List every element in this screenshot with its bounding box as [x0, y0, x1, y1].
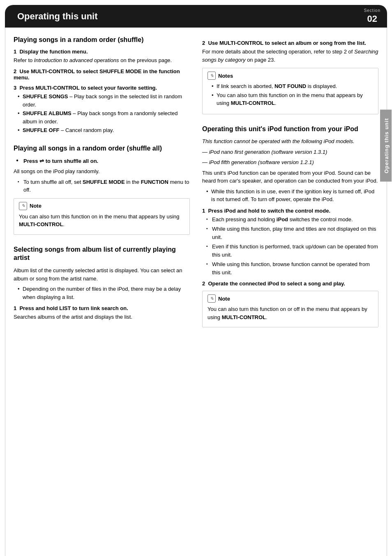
- ipod-model-2: — iPod fifth generation (software versio…: [202, 158, 378, 167]
- note-icon: ✎: [19, 202, 27, 210]
- left-column: Playing songs in a random order (shuffle…: [14, 36, 190, 331]
- section-selecting-songs: Selecting songs from album list of curre…: [14, 246, 190, 321]
- ipod-function-intro: This function cannot be operated with th…: [202, 137, 378, 146]
- section-shuffle-all: Playing all songs in a random order (shu…: [14, 144, 190, 235]
- section-number: 02: [367, 14, 377, 24]
- ipod-note-label: Note: [218, 296, 230, 302]
- note-body: You can also turn this function on in th…: [19, 213, 184, 229]
- step-2-ipod: 2 Operate the connected iPod to select a…: [202, 280, 378, 287]
- shuffle-songs-option: SHUFFLE SONGS – Play back songs in the s…: [18, 93, 190, 109]
- step-1-shuffle: 1 Display the function menu.: [14, 49, 190, 55]
- step-3-shuffle: 3 Press MULTI-CONTROL to select your fav…: [14, 85, 190, 91]
- content-area: Operating this unit Playing songs in a r…: [5, 28, 387, 556]
- ipod-step1-sq4: While using this function, browse functi…: [206, 260, 378, 276]
- ipod-model-1: — iPod nano first generation (software v…: [202, 148, 378, 156]
- section-label: Section: [364, 8, 380, 13]
- selecting-songs-heading: Selecting songs from album list of curre…: [14, 246, 190, 263]
- shuffle-all-heading: Playing all songs in a random order (shu…: [14, 144, 190, 153]
- shuffle-all-step: Press ⇌ to turn shuffle all on.: [16, 157, 190, 165]
- ipod-note-title: ✎ Note: [208, 294, 373, 303]
- ipod-function-heading: Operating this unit's iPod function from…: [202, 125, 378, 134]
- ipod-function-body: This unit's iPod function can be operate…: [202, 169, 378, 185]
- ipod-function-bullets: While this function is in use, even if t…: [202, 188, 378, 204]
- step-2-selecting: 2 Use MULTI-CONTROL to select an album o…: [202, 40, 378, 46]
- shuffle-all-off-note: To turn shuffle all off, set SHUFFLE MOD…: [18, 178, 190, 194]
- selecting-songs-bullet-1: Depending on the number of files in the …: [18, 285, 190, 301]
- note-item-2: You can also turn this function on in th…: [212, 91, 373, 107]
- ipod-step1-sq2: While using this function, play time and…: [206, 225, 378, 241]
- section-shuffle: Playing songs in a random order (shuffle…: [14, 36, 190, 134]
- shuffle-off-option: SHUFFLE OFF – Cancel random play.: [18, 126, 190, 134]
- two-column-layout: Playing songs in a random order (shuffle…: [14, 36, 378, 331]
- ipod-step1-sq3: Even if this function is performed, trac…: [206, 243, 378, 259]
- shuffle-options-list: SHUFFLE SONGS – Play back songs in the s…: [14, 93, 190, 134]
- shuffle-albums-option: SHUFFLE ALBUMS – Play back songs from a …: [18, 109, 190, 125]
- note-label: Note: [30, 203, 42, 209]
- ipod-function-bullet-1: While this function is in use, even if t…: [206, 188, 378, 204]
- ipod-note-box: ✎ Note You can also turn this function o…: [202, 291, 378, 327]
- notes-icon: ✎: [208, 72, 216, 80]
- side-tab: Operating this unit: [380, 110, 392, 182]
- shuffle-all-circle-list: Press ⇌ to turn shuffle all on.: [14, 157, 190, 165]
- page-header: Operating this unit Section 02: [5, 5, 387, 28]
- step-2-shuffle: 2 Use MULTI-CONTROL to select SHUFFLE MO…: [14, 68, 190, 81]
- notes-title: ✎ Notes: [208, 72, 373, 80]
- ipod-note-icon: ✎: [208, 294, 216, 303]
- ipod-step1-sq1: Each pressing and holding iPod switches …: [206, 215, 378, 224]
- section-ipod-function: Operating this unit's iPod function from…: [202, 125, 378, 328]
- shuffle-all-body: All songs on the iPod play randomly.: [14, 167, 190, 176]
- ipod-step1-squares: Each pressing and holding iPod switches …: [202, 215, 378, 277]
- right-column: 2 Use MULTI-CONTROL to select an album o…: [202, 36, 378, 331]
- step-1-ipod: 1 Press iPod and hold to switch the cont…: [202, 208, 378, 214]
- note-item-1: If link search is aborted, NOT FOUND is …: [212, 82, 373, 90]
- shuffle-all-square-list: To turn shuffle all off, set SHUFFLE MOD…: [14, 178, 190, 194]
- step-1-selecting-body: Searches albums of the artist and displa…: [14, 313, 190, 321]
- step-1-selecting: 1 Press and hold LIST to turn link searc…: [14, 305, 190, 311]
- notes-list: If link search is aborted, NOT FOUND is …: [208, 82, 373, 107]
- page-title: Operating this unit: [17, 11, 98, 22]
- section-badge: Section 02: [364, 8, 380, 24]
- section-selecting-songs-right: 2 Use MULTI-CONTROL to select an album o…: [202, 40, 378, 114]
- notes-box-selecting: ✎ Notes If link search is aborted, NOT F…: [202, 68, 378, 114]
- notes-label: Notes: [218, 73, 233, 79]
- step-1-shuffle-body: Refer to Introduction to advanced operat…: [14, 56, 190, 65]
- shuffle-heading: Playing songs in a random order (shuffle…: [14, 36, 190, 44]
- selecting-songs-bullets: Depending on the number of files in the …: [14, 285, 190, 301]
- step-2-selecting-body: For more details about the selecting ope…: [202, 48, 378, 64]
- shuffle-all-note-box: ✎ Note You can also turn this function o…: [14, 198, 190, 235]
- selecting-songs-intro: Album list of the currently selected art…: [14, 266, 190, 283]
- note-title: ✎ Note: [19, 202, 184, 210]
- ipod-note-body: You can also turn this function on or of…: [208, 305, 373, 321]
